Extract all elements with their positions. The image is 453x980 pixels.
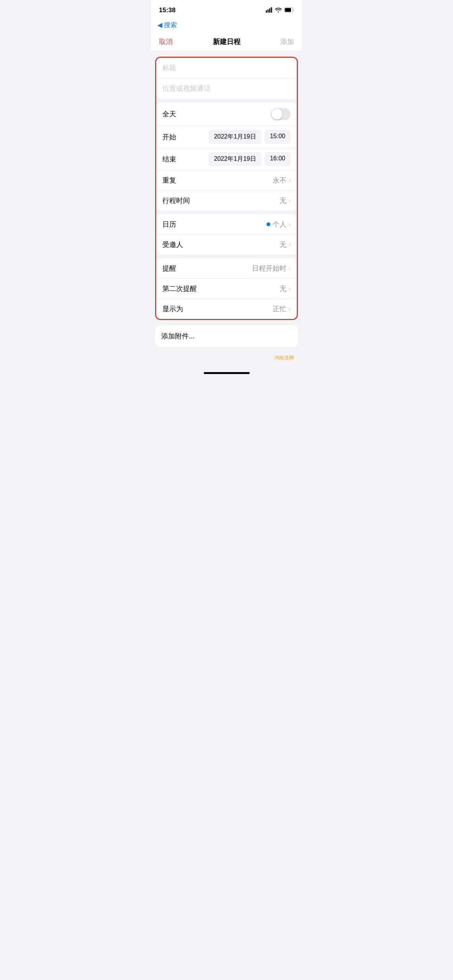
end-date-button[interactable]: 2022年1月19日 xyxy=(209,152,262,166)
main-content: 全天 开始 2022年1月19日 15:00 结束 2022年1月19日 16:… xyxy=(151,51,302,369)
travel-time-row[interactable]: 行程时间 无 › xyxy=(156,191,297,211)
svg-rect-3 xyxy=(271,7,272,13)
title-field-row[interactable] xyxy=(156,58,297,78)
status-icons xyxy=(266,7,294,14)
back-label[interactable]: 搜索 xyxy=(164,21,177,29)
invitees-value: 无 xyxy=(280,240,286,249)
svg-rect-5 xyxy=(285,8,291,12)
second-alert-right: 无 › xyxy=(280,284,291,293)
start-date-button[interactable]: 2022年1月19日 xyxy=(209,130,262,144)
svg-rect-2 xyxy=(269,8,270,13)
repeat-value: 永不 xyxy=(273,176,286,185)
travel-time-chevron-icon: › xyxy=(289,197,291,204)
show-as-value: 正忙 xyxy=(273,304,286,314)
invitees-row[interactable]: 受邀人 无 › xyxy=(156,235,297,255)
calendar-dot-icon xyxy=(267,222,270,226)
section-gap-2 xyxy=(156,211,297,214)
second-alert-value: 无 xyxy=(280,284,286,293)
alert-row[interactable]: 提醒 日程开始时 › xyxy=(156,258,297,279)
alert-chevron-icon: › xyxy=(289,265,291,272)
alert-value: 日程开始时 xyxy=(252,264,286,273)
show-as-chevron-icon: › xyxy=(289,305,291,312)
alert-label: 提醒 xyxy=(162,264,176,273)
watermark: 河南龙网 xyxy=(155,352,298,364)
calendar-value: 个人 xyxy=(273,220,286,229)
invitees-right: 无 › xyxy=(280,240,291,249)
home-bar xyxy=(204,372,250,374)
add-attachment-button[interactable]: 添加附件... xyxy=(155,325,298,347)
calendar-row[interactable]: 日历 个人 › xyxy=(156,214,297,235)
travel-time-right: 无 › xyxy=(280,196,291,205)
calendar-chevron-icon: › xyxy=(289,221,291,228)
all-day-row[interactable]: 全天 xyxy=(156,103,297,126)
repeat-right: 永不 › xyxy=(273,176,291,185)
location-field-row[interactable] xyxy=(156,78,297,99)
title-input[interactable] xyxy=(162,64,291,72)
section-gap-3 xyxy=(156,255,297,258)
watermark-text: 河南龙网 xyxy=(274,355,294,361)
start-controls: 2022年1月19日 15:00 xyxy=(209,130,291,144)
navigation-bar: 取消 新建日程 添加 xyxy=(151,33,302,51)
section-gap-1 xyxy=(156,99,297,103)
show-as-label: 显示为 xyxy=(162,304,183,314)
repeat-chevron-icon: › xyxy=(289,177,291,184)
calendar-right: 个人 › xyxy=(267,220,291,229)
end-time-button[interactable]: 16:00 xyxy=(265,152,291,166)
second-alert-row[interactable]: 第二次提醒 无 › xyxy=(156,279,297,299)
toggle-knob xyxy=(271,109,282,119)
travel-time-value: 无 xyxy=(280,196,286,205)
show-as-right: 正忙 › xyxy=(273,304,291,314)
start-label: 开始 xyxy=(162,132,176,142)
location-input[interactable] xyxy=(162,85,291,93)
invitees-label: 受邀人 xyxy=(162,240,183,249)
show-as-row[interactable]: 显示为 正忙 › xyxy=(156,299,297,319)
svg-rect-0 xyxy=(266,10,267,13)
start-time-button[interactable]: 15:00 xyxy=(265,130,291,144)
back-navigation[interactable]: ◀ 搜索 xyxy=(151,18,302,33)
form-section: 全天 开始 2022年1月19日 15:00 结束 2022年1月19日 16:… xyxy=(155,57,298,320)
cancel-button[interactable]: 取消 xyxy=(159,37,173,46)
svg-rect-1 xyxy=(268,9,269,13)
end-label: 结束 xyxy=(162,155,176,164)
status-time: 15:38 xyxy=(159,7,175,14)
calendar-invitees-group: 日历 个人 › 受邀人 无 › xyxy=(156,214,297,255)
title-location-group xyxy=(156,58,297,99)
second-alert-chevron-icon: › xyxy=(289,285,291,292)
repeat-label: 重复 xyxy=(162,176,176,185)
back-arrow-icon: ◀ xyxy=(157,21,162,29)
page-title: 新建日程 xyxy=(213,37,240,46)
alert-right: 日程开始时 › xyxy=(252,264,291,273)
all-day-toggle[interactable] xyxy=(271,108,291,120)
datetime-group: 全天 开始 2022年1月19日 15:00 结束 2022年1月19日 16:… xyxy=(156,103,297,211)
battery-icon xyxy=(284,7,294,14)
calendar-label: 日历 xyxy=(162,220,176,229)
signal-icon xyxy=(266,7,273,14)
home-indicator xyxy=(151,369,302,378)
end-controls: 2022年1月19日 16:00 xyxy=(209,152,291,166)
wifi-icon xyxy=(275,7,282,14)
all-day-label: 全天 xyxy=(162,109,176,119)
status-bar: 15:38 xyxy=(151,0,302,18)
add-button[interactable]: 添加 xyxy=(280,37,294,46)
second-alert-label: 第二次提醒 xyxy=(162,284,197,293)
repeat-row[interactable]: 重复 永不 › xyxy=(156,170,297,191)
end-row[interactable]: 结束 2022年1月19日 16:00 xyxy=(156,148,297,170)
invitees-chevron-icon: › xyxy=(289,241,291,248)
alert-showas-group: 提醒 日程开始时 › 第二次提醒 无 › 显示为 正忙 › xyxy=(156,258,297,319)
start-row[interactable]: 开始 2022年1月19日 15:00 xyxy=(156,126,297,148)
travel-time-label: 行程时间 xyxy=(162,196,190,205)
